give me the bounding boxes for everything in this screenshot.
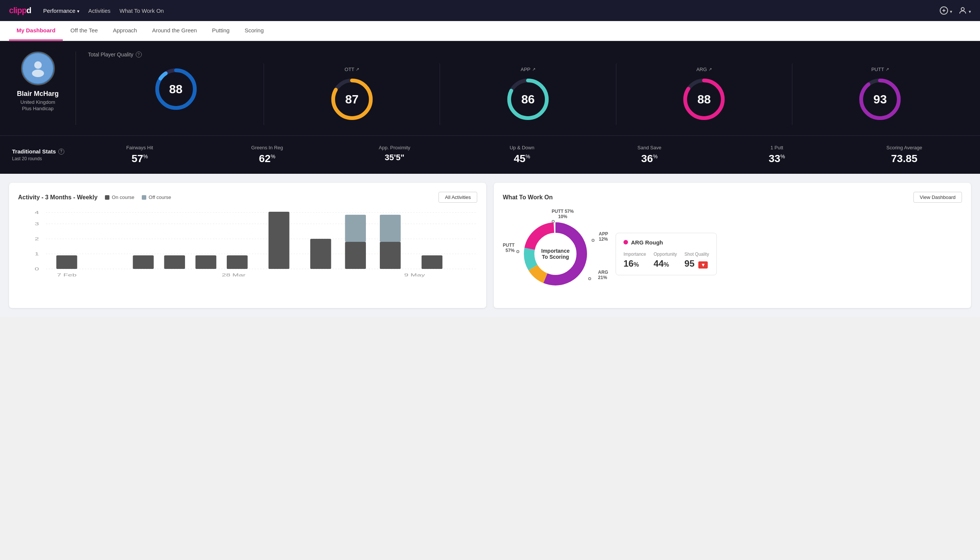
score-putt: PUTT ↗ 93 <box>792 63 968 125</box>
donut-dot-right-top <box>592 239 594 242</box>
stats-info-icon[interactable]: ? <box>58 148 64 155</box>
add-button[interactable] <box>939 6 952 15</box>
scores-grid: 88 OTT ↗ 87 AP <box>88 63 968 125</box>
svg-text:9 May: 9 May <box>404 273 425 277</box>
player-name: Blair McHarg <box>17 90 59 98</box>
player-card: Blair McHarg United Kingdom Plus Handica… <box>12 52 76 125</box>
svg-rect-37 <box>380 215 401 242</box>
svg-text:4: 4 <box>35 210 39 215</box>
score-total-value: 88 <box>169 82 183 96</box>
all-activities-button[interactable]: All Activities <box>438 192 477 203</box>
player-country: United Kingdom <box>20 99 55 105</box>
svg-text:3: 3 <box>35 222 39 226</box>
svg-rect-34 <box>345 242 366 269</box>
detail-header: ARG Rough <box>624 239 709 246</box>
workon-title: What To Work On <box>503 194 553 201</box>
svg-text:28 Mar: 28 Mar <box>222 273 246 277</box>
tab-approach[interactable]: Approach <box>105 21 145 41</box>
nav-activities[interactable]: Activities <box>88 8 111 14</box>
performance-chevron <box>77 8 79 14</box>
score-total: 88 <box>88 63 264 125</box>
svg-rect-27 <box>57 255 77 269</box>
workon-header: What To Work On View Dashboard <box>503 192 962 203</box>
donut-label-putt: PUTT57% <box>503 243 514 253</box>
svg-text:7 Feb: 7 Feb <box>57 273 77 277</box>
logo[interactable]: clippd <box>9 6 31 15</box>
svg-rect-28 <box>133 255 154 269</box>
nav-links: Performance Activities What To Work On <box>43 8 927 14</box>
player-handicap: Plus Handicap <box>22 106 54 111</box>
svg-point-4 <box>34 61 42 69</box>
svg-rect-29 <box>164 255 185 269</box>
svg-point-5 <box>32 70 44 77</box>
stat-group-label: Traditional Stats ? Last 20 rounds <box>12 148 76 161</box>
tabs-bar: My Dashboard Off the Tee Approach Around… <box>0 21 980 41</box>
donut-dot-right-bottom <box>588 277 591 280</box>
detail-metric-opportunity: Opportunity 44% <box>654 252 677 269</box>
chart-header: Activity - 3 Months - Weekly On course O… <box>18 192 477 203</box>
stat-app-proximity: App. Proximity 35'5" <box>331 145 458 165</box>
svg-rect-30 <box>196 255 216 269</box>
tab-putting[interactable]: Putting <box>205 21 237 41</box>
nav-performance[interactable]: Performance <box>43 8 79 14</box>
score-ott: OTT ↗ 87 <box>264 63 440 125</box>
quality-info-icon[interactable]: ? <box>136 52 142 58</box>
stats-period: Last 20 rounds <box>12 156 76 161</box>
hero-section: Blair McHarg United Kingdom Plus Handica… <box>0 41 980 135</box>
stats-bar: Traditional Stats ? Last 20 rounds Fairw… <box>0 135 980 174</box>
shot-quality-badge: ▼ <box>698 262 708 268</box>
legend-on-course-dot <box>105 195 110 200</box>
nav-what-to-work-on[interactable]: What To Work On <box>120 8 164 14</box>
activity-chart-card: Activity - 3 Months - Weekly On course O… <box>9 183 486 308</box>
stat-1-putt: 1 Putt 33% <box>713 145 840 165</box>
stat-scoring-average: Scoring Average 73.85 <box>840 145 968 165</box>
tab-scoring[interactable]: Scoring <box>237 21 271 41</box>
svg-rect-32 <box>268 212 290 269</box>
donut-label-arg: ARG21% <box>598 270 608 280</box>
arg-arrow-icon: ↗ <box>709 67 712 72</box>
scores-title: Total Player Quality ? <box>88 52 968 58</box>
detail-metrics: Importance 16% Opportunity 44% Shot Qual… <box>624 252 709 269</box>
detail-metric-importance: Importance 16% <box>624 252 646 269</box>
tab-my-dashboard[interactable]: My Dashboard <box>9 21 63 41</box>
legend-off-course-dot <box>142 195 146 200</box>
chart-svg: 0 1 2 3 4 <box>18 209 477 284</box>
user-menu[interactable] <box>958 6 971 15</box>
score-app-value: 86 <box>521 93 535 107</box>
tab-around-the-green[interactable]: Around the Green <box>145 21 204 41</box>
stat-items: Fairways Hit 57% Greens In Reg 62% App. … <box>76 145 968 165</box>
svg-point-3 <box>961 8 964 10</box>
ott-arrow-icon: ↗ <box>356 67 359 72</box>
detail-metric-shot-quality: Shot Quality 95 ▼ <box>684 252 709 269</box>
donut-dot-left <box>516 250 519 253</box>
view-dashboard-button[interactable]: View Dashboard <box>913 192 962 203</box>
detail-dot <box>624 240 628 245</box>
workon-card: What To Work On View Dashboard PUTT 57%1… <box>494 183 971 308</box>
score-putt-value: 93 <box>874 93 887 107</box>
detail-card: ARG Rough Importance 16% Opportunity 44% <box>616 233 717 275</box>
user-chevron <box>969 7 971 15</box>
add-chevron <box>950 7 952 15</box>
legend-on-course: On course <box>105 195 134 200</box>
app-arrow-icon: ↗ <box>532 67 536 72</box>
chart-area: 0 1 2 3 4 <box>18 209 477 284</box>
workon-donut-section: PUTT 57%10% APP12% ARG21% PUTT57% <box>503 209 608 299</box>
svg-text:1: 1 <box>35 252 39 256</box>
donut-app: 86 <box>506 77 551 122</box>
stat-up-down: Up & Down 45% <box>458 145 586 165</box>
svg-rect-35 <box>345 215 366 242</box>
big-donut-wrap: Importance To Scoring <box>518 216 593 292</box>
stat-greens-in-reg: Greens In Reg 62% <box>203 145 331 165</box>
stat-sand-save: Sand Save 36% <box>586 145 713 165</box>
score-arg-value: 88 <box>697 93 711 107</box>
svg-text:0: 0 <box>35 267 39 271</box>
nav-right <box>939 6 971 15</box>
svg-rect-36 <box>380 242 401 269</box>
svg-rect-31 <box>227 255 248 269</box>
putt-arrow-icon: ↗ <box>885 67 889 72</box>
donut-arg: 88 <box>681 77 727 122</box>
chart-legend: On course Off course <box>105 195 171 200</box>
legend-off-course: Off course <box>142 195 171 200</box>
donut-label-app: APP12% <box>599 231 608 242</box>
tab-off-the-tee[interactable]: Off the Tee <box>63 21 105 41</box>
